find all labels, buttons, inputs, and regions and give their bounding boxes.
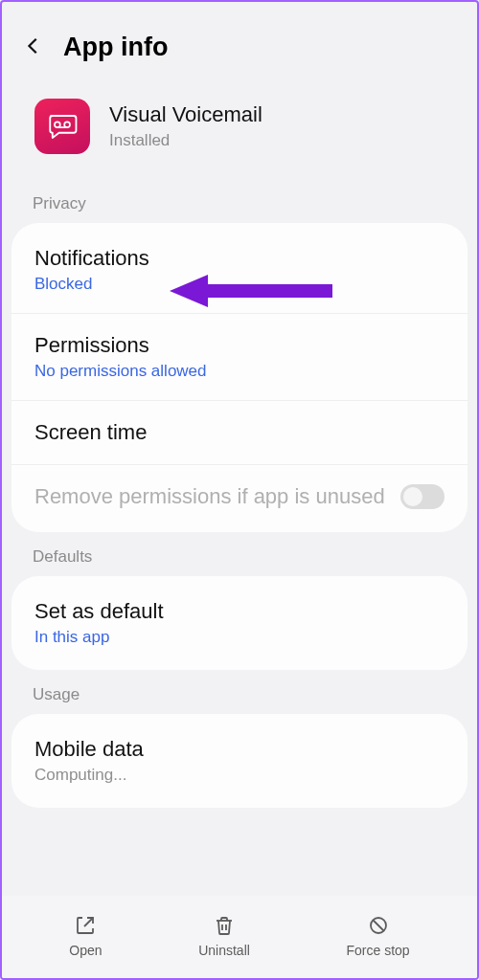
chevron-left-icon	[23, 35, 44, 56]
force-stop-label: Force stop	[347, 943, 410, 958]
svg-point-1	[64, 122, 70, 127]
back-button[interactable]	[23, 35, 44, 60]
section-label-usage: Usage	[2, 670, 477, 714]
set-default-row[interactable]: Set as default In this app	[11, 580, 468, 666]
set-default-sub: In this app	[34, 628, 445, 647]
mobile-data-title: Mobile data	[34, 737, 445, 762]
open-external-icon	[74, 914, 97, 937]
uninstall-label: Uninstall	[198, 943, 250, 958]
notifications-row[interactable]: Notifications Blocked	[11, 227, 468, 314]
notifications-title: Notifications	[34, 246, 445, 271]
screen-time-row[interactable]: Screen time	[11, 401, 468, 465]
remove-permissions-row[interactable]: Remove permissions if app is unused	[11, 465, 468, 528]
remove-permissions-toggle[interactable]	[400, 484, 445, 509]
permissions-sub: No permissions allowed	[34, 362, 445, 381]
mobile-data-sub: Computing...	[34, 766, 445, 785]
open-label: Open	[69, 943, 102, 958]
mobile-data-row[interactable]: Mobile data Computing...	[11, 718, 468, 804]
svg-point-0	[55, 122, 60, 127]
privacy-card: Notifications Blocked Permissions No per…	[11, 223, 468, 532]
app-header: Visual Voicemail Installed	[2, 81, 477, 179]
open-button[interactable]: Open	[69, 914, 102, 958]
notifications-sub: Blocked	[34, 275, 445, 294]
page-title: App info	[63, 33, 168, 62]
forbidden-icon	[367, 914, 390, 937]
app-name-block: Visual Voicemail Installed	[109, 102, 262, 150]
permissions-title: Permissions	[34, 333, 445, 358]
section-label-privacy: Privacy	[2, 179, 477, 223]
section-label-defaults: Defaults	[2, 532, 477, 576]
voicemail-chat-icon	[46, 110, 79, 143]
header: App info	[2, 2, 477, 81]
permissions-row[interactable]: Permissions No permissions allowed	[11, 314, 468, 401]
usage-card: Mobile data Computing...	[11, 714, 468, 808]
remove-permissions-title: Remove permissions if app is unused	[34, 484, 385, 509]
set-default-title: Set as default	[34, 599, 445, 624]
app-status: Installed	[109, 131, 262, 150]
bottom-bar: Open Uninstall Force stop	[2, 896, 477, 978]
defaults-card: Set as default In this app	[11, 576, 468, 670]
force-stop-button[interactable]: Force stop	[347, 914, 410, 958]
app-name: Visual Voicemail	[109, 102, 262, 127]
trash-icon	[213, 914, 236, 937]
app-icon	[34, 99, 90, 154]
screen-time-title: Screen time	[34, 420, 445, 445]
uninstall-button[interactable]: Uninstall	[198, 914, 250, 958]
